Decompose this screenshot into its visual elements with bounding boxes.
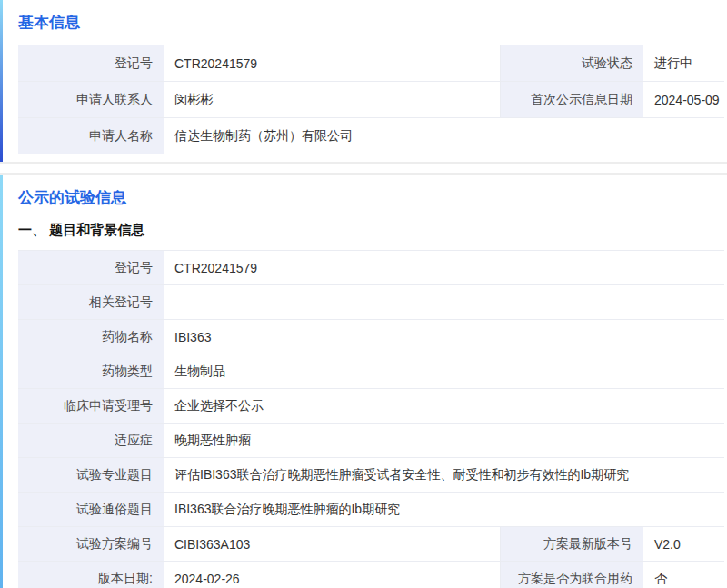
left-accent-bar [0, 0, 3, 162]
field-label: 试验专业题目 [18, 458, 164, 493]
table-row: 适应症 晚期恶性肿瘤 [18, 424, 724, 458]
field-label: 药物类型 [18, 354, 164, 389]
table-row: 药物名称 IBI363 [18, 320, 724, 354]
field-value: 评估IBI363联合治疗晚期恶性肿瘤受试者安全性、耐受性和初步有效性的Ib期研究 [164, 458, 724, 493]
table-row: 登记号 CTR20241579 [18, 251, 724, 285]
table-row: 申请人名称 信达生物制药（苏州）有限公司 [18, 118, 724, 154]
field-label: 登记号 [18, 251, 164, 285]
table-row: 申请人联系人 闵彬彬 首次公示信息日期 2024-05-09 [18, 82, 724, 118]
field-label: 药物名称 [18, 320, 164, 354]
table-row: 版本日期: 2024-02-26 方案是否为联合用药 否 [18, 562, 724, 588]
field-value: 信达生物制药（苏州）有限公司 [164, 118, 724, 154]
field-value: 进行中 [643, 45, 724, 82]
left-accent-bar [0, 175, 3, 588]
basic-info-table: 登记号 CTR20241579 试验状态 进行中 申请人联系人 闵彬彬 首次公示… [18, 45, 724, 154]
field-label: 申请人联系人 [18, 82, 164, 118]
field-label: 申请人名称 [18, 118, 164, 154]
field-value: 2024-05-09 [643, 82, 724, 118]
field-value: 生物制品 [164, 354, 724, 389]
field-label: 版本日期: [18, 562, 164, 588]
basic-info-title: 基本信息 [0, 0, 727, 45]
public-trial-info-card: 公示的试验信息 一、 题目和背景信息 登记号 CTR20241579 相关登记号… [0, 175, 727, 588]
field-label: 首次公示信息日期 [500, 82, 643, 118]
field-label: 方案最新版本号 [500, 527, 643, 562]
field-value: 闵彬彬 [164, 82, 500, 118]
basic-info-card: 基本信息 登记号 CTR20241579 试验状态 进行中 申请人联系人 闵彬彬… [0, 0, 727, 162]
table-row: 登记号 CTR20241579 试验状态 进行中 [18, 45, 724, 82]
field-value: CTR20241579 [164, 45, 500, 82]
table-row: 试验方案编号 CIBI363A103 方案最新版本号 V2.0 [18, 527, 724, 562]
field-label: 登记号 [18, 45, 164, 82]
field-value: CTR20241579 [164, 251, 724, 285]
field-value [164, 285, 724, 320]
field-label: 相关登记号 [18, 285, 164, 320]
field-label: 适应症 [18, 424, 164, 458]
field-value: 企业选择不公示 [164, 389, 724, 424]
field-label: 临床申请受理号 [18, 389, 164, 424]
field-value: 2024-02-26 [164, 562, 500, 588]
field-value: IBI363联合治疗晚期恶性肿瘤的Ib期研究 [164, 493, 724, 527]
table-row: 临床申请受理号 企业选择不公示 [18, 389, 724, 424]
section-title-background-info: 一、 题目和背景信息 [0, 220, 727, 250]
public-trial-info-title: 公示的试验信息 [0, 175, 727, 220]
field-label: 方案是否为联合用药 [500, 562, 643, 588]
field-label: 试验方案编号 [18, 527, 164, 562]
trial-info-table: 登记号 CTR20241579 相关登记号 药物名称 IBI363 药物类型 生… [18, 250, 724, 588]
field-value: V2.0 [643, 527, 724, 562]
table-row: 试验通俗题目 IBI363联合治疗晚期恶性肿瘤的Ib期研究 [18, 493, 724, 527]
field-value: 否 [643, 562, 724, 588]
table-row: 相关登记号 [18, 285, 724, 320]
field-label: 试验通俗题目 [18, 493, 164, 527]
card-padding [0, 154, 727, 162]
field-value: CIBI363A103 [164, 527, 500, 562]
table-row: 试验专业题目 评估IBI363联合治疗晚期恶性肿瘤受试者安全性、耐受性和初步有效… [18, 458, 724, 493]
table-row: 药物类型 生物制品 [18, 354, 724, 389]
field-value: 晚期恶性肿瘤 [164, 424, 724, 458]
field-label: 试验状态 [500, 45, 643, 82]
field-value: IBI363 [164, 320, 724, 354]
section-divider [0, 162, 727, 175]
